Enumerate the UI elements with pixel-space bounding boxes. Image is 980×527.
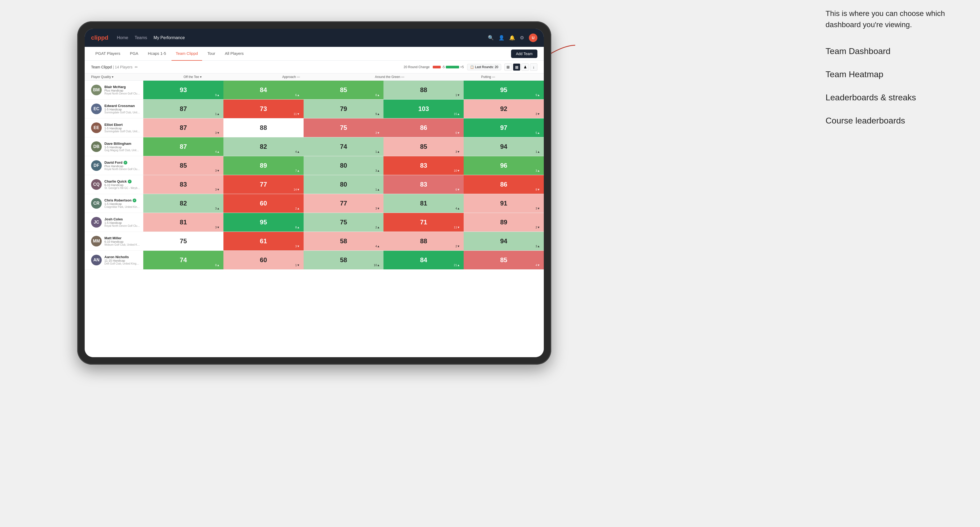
- stat-change: 3▼: [215, 131, 220, 135]
- stat-around-green: 83 6▼: [383, 175, 464, 194]
- table-row[interactable]: BM Blair McHarg Plus Handicap Royal Nort…: [85, 81, 544, 100]
- avatar: JC: [91, 217, 102, 227]
- player-info: EC Edward Crossman 1-5 Handicap Sunningd…: [85, 102, 143, 116]
- top-navigation: clippd Home Teams My Performance 🔍 👤 🔔 ⚙…: [85, 29, 544, 47]
- table-row[interactable]: CR Chris Robertson ✓ 1-5 Handicap Craigm…: [85, 194, 544, 213]
- nav-teams[interactable]: Teams: [135, 35, 147, 40]
- stat-quality: 87 3▼: [143, 119, 223, 137]
- stat-change: 4▼: [536, 264, 540, 267]
- stat-approach: 75 3▼: [304, 119, 384, 137]
- stat-value: 94: [500, 143, 508, 151]
- stat-off-tee: 60 1▼: [223, 251, 304, 269]
- player-info: DB Dave Billingham 1-5 Handicap Gog Mago…: [85, 139, 143, 154]
- tablet-frame: clippd Home Teams My Performance 🔍 👤 🔔 ⚙…: [77, 21, 551, 365]
- stat-value: 75: [180, 237, 187, 245]
- stat-off-tee: 89 7▲: [223, 156, 304, 175]
- table-row[interactable]: EC Edward Crossman 1-5 Handicap Sunningd…: [85, 100, 544, 119]
- player-details: Chris Robertson ✓ 1-5 Handicap Craigmill…: [104, 198, 140, 208]
- table-row[interactable]: AN Aaron Nicholls 11-15 Handicap Drift G…: [85, 251, 544, 270]
- stat-change: 8▼: [536, 188, 540, 191]
- nav-home[interactable]: Home: [117, 35, 128, 40]
- stat-change: 1▲: [375, 150, 380, 153]
- player-handicap: 1-5 Handicap: [104, 221, 140, 224]
- col-putting[interactable]: Putting —: [439, 75, 538, 79]
- table-row[interactable]: CQ Charlie Quick ✓ 6-10 Handicap St. Geo…: [85, 175, 544, 194]
- player-club: Royal North Devon Golf Club, United King…: [104, 168, 140, 171]
- stat-value: 79: [340, 105, 347, 113]
- stat-approach: 75 2▲: [304, 213, 384, 232]
- person-icon[interactable]: 👤: [498, 35, 504, 41]
- stat-change: 3▼: [375, 131, 380, 135]
- player-info: CR Chris Robertson ✓ 1-5 Handicap Craigm…: [85, 196, 143, 211]
- stat-quality: 83 3▼: [143, 175, 223, 194]
- player-name: Josh Coles: [104, 217, 140, 221]
- col-off-tee[interactable]: Off the Tee ▾: [143, 75, 242, 79]
- view-table-button[interactable]: ▦: [513, 63, 520, 71]
- table-row[interactable]: DB Dave Billingham 1-5 Handicap Gog Mago…: [85, 137, 544, 156]
- avatar: MM: [91, 236, 102, 246]
- stat-value: 85: [420, 143, 427, 151]
- add-team-button[interactable]: Add Team: [511, 49, 538, 58]
- tab-team-clippd[interactable]: Team Clippd: [172, 47, 202, 61]
- stat-approach: 80 3▲: [304, 156, 384, 175]
- view-grid-button[interactable]: ⊞: [504, 63, 512, 71]
- sub-navigation: PGAT Players PGA Hcaps 1-5 Team Clippd T…: [85, 47, 544, 61]
- col-around-green[interactable]: Around the Green —: [340, 75, 439, 79]
- stat-change: 3▼: [215, 226, 220, 229]
- stat-value: 94: [500, 237, 508, 245]
- stat-change: 6▲: [295, 94, 300, 97]
- settings-icon[interactable]: ⚙: [520, 35, 524, 41]
- player-name: Dave Billingham: [104, 141, 140, 146]
- team-count: | 14 Players: [113, 65, 133, 69]
- avatar: EE: [91, 122, 102, 133]
- player-handicap: 1-5 Handicap: [104, 127, 140, 130]
- stat-putting: 95 9▲: [464, 81, 544, 99]
- table-row[interactable]: MM Matt Miller 6-10 Handicap Woburn Golf…: [85, 232, 544, 251]
- header-controls: 20 Round Change -5 +5 📋 Last Rounds: 20 …: [404, 63, 538, 71]
- player-handicap: 1-5 Handicap: [104, 146, 140, 149]
- view-download-button[interactable]: ↓: [530, 63, 538, 71]
- search-icon[interactable]: 🔍: [488, 35, 494, 41]
- last-rounds-button[interactable]: 📋 Last Rounds: 20: [467, 64, 501, 70]
- edit-icon[interactable]: ✏: [135, 65, 138, 69]
- table-row[interactable]: DF David Ford ✓ Plus Handicap Royal Nort…: [85, 156, 544, 175]
- bell-icon[interactable]: 🔔: [509, 35, 515, 41]
- avatar: DB: [91, 141, 102, 152]
- stat-quality: 82 3▲: [143, 194, 223, 213]
- view-icons: ⊞ ▦ ♟ ↓: [504, 63, 538, 71]
- stat-change: 2▲: [375, 226, 380, 229]
- stat-value: 83: [420, 162, 427, 169]
- stat-off-tee: 95 8▲: [223, 213, 304, 232]
- player-handicap: 6-10 Handicap: [104, 240, 140, 243]
- tab-pga[interactable]: PGA: [126, 47, 143, 61]
- stat-off-tee: 82 4▲: [223, 137, 304, 156]
- tab-hcaps[interactable]: Hcaps 1-5: [143, 47, 170, 61]
- table-row[interactable]: EE Elliot Ebert 1-5 Handicap Sunningdale…: [85, 119, 544, 137]
- round-change-bar: -5 +5: [433, 65, 464, 69]
- stat-change: 3▲: [215, 207, 220, 210]
- stat-value: 81: [420, 200, 427, 207]
- stat-value: 88: [260, 124, 267, 132]
- col-approach[interactable]: Approach —: [242, 75, 340, 79]
- col-player-quality[interactable]: Player Quality ▾: [85, 75, 143, 79]
- stat-value: 89: [500, 219, 508, 226]
- tab-tour[interactable]: Tour: [203, 47, 220, 61]
- stat-value: 77: [260, 181, 267, 188]
- stat-change: 1▲: [215, 112, 220, 116]
- stat-putting: 91 3▼: [464, 194, 544, 213]
- verified-icon: ✓: [133, 198, 136, 202]
- nav-my-performance[interactable]: My Performance: [154, 35, 185, 40]
- player-handicap: Plus Handicap: [104, 89, 140, 92]
- avatar[interactable]: U: [529, 33, 538, 42]
- stat-around-green: 86 6▼: [383, 119, 464, 137]
- tab-pgat-players[interactable]: PGAT Players: [91, 47, 125, 61]
- tab-all-players[interactable]: All Players: [221, 47, 248, 61]
- stat-quality: 81 3▼: [143, 213, 223, 232]
- stat-approach: 58 10▲: [304, 251, 384, 269]
- stat-change: 11▼: [454, 226, 460, 229]
- stat-value: 92: [500, 105, 508, 113]
- stat-off-tee: 60 2▲: [223, 194, 304, 213]
- view-heatmap-button[interactable]: ♟: [522, 63, 529, 71]
- stat-putting: 96 3▲: [464, 156, 544, 175]
- table-row[interactable]: JC Josh Coles 1-5 Handicap Royal North D…: [85, 213, 544, 232]
